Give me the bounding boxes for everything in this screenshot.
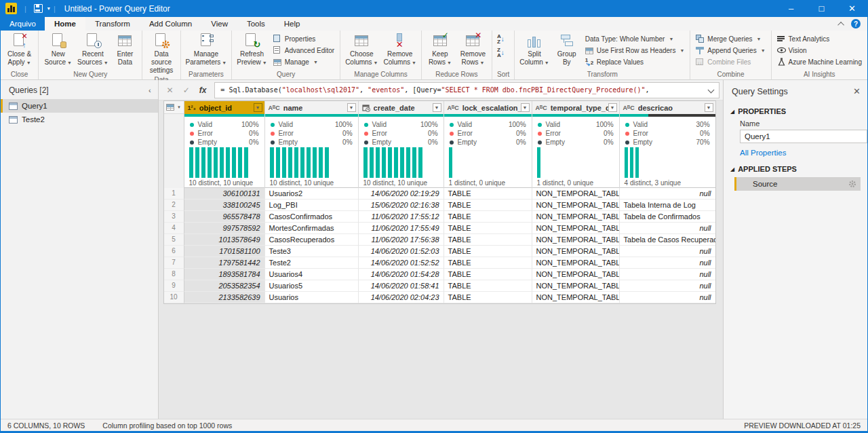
- cell-create_date[interactable]: 14/06/2020 01:54:28: [359, 269, 444, 280]
- tab-tools[interactable]: Tools: [237, 17, 275, 31]
- cell-create_date[interactable]: 14/06/2020 02:19:29: [359, 188, 444, 200]
- refresh-preview-button[interactable]: ↻ Refresh Preview▼: [234, 32, 270, 67]
- filter-button[interactable]: ▼: [705, 103, 713, 112]
- cell-object_id[interactable]: 1701581100: [184, 246, 265, 257]
- remove-rows-button[interactable]: ✕ Remove Rows▼: [456, 32, 490, 67]
- append-queries-button[interactable]: Append Queries▼: [694, 45, 767, 56]
- data-type-button[interactable]: Data Type: Whole Number▼: [583, 33, 687, 44]
- value-distribution-chart[interactable]: [359, 146, 443, 178]
- close-panel-icon[interactable]: ✕: [853, 86, 861, 96]
- cell-name[interactable]: MortesConfirmadas: [265, 223, 359, 234]
- cell-temporal_type_desc[interactable]: NON_TEMPORAL_TABLE: [532, 257, 620, 269]
- save-icon[interactable]: [34, 4, 43, 13]
- cell-lock_escalation_desc[interactable]: TABLE: [444, 188, 532, 200]
- cell-lock_escalation_desc[interactable]: TABLE: [444, 234, 532, 246]
- remove-columns-button[interactable]: ✕ Remove Columns▼: [381, 32, 419, 67]
- cell-descricao[interactable]: null: [620, 246, 715, 257]
- value-distribution-chart[interactable]: [184, 146, 264, 178]
- cell-object_id[interactable]: 1893581784: [184, 269, 265, 280]
- cell-lock_escalation_desc[interactable]: TABLE: [444, 223, 532, 234]
- tab-help[interactable]: Help: [275, 17, 310, 31]
- cell-temporal_type_desc[interactable]: NON_TEMPORAL_TABLE: [532, 211, 620, 223]
- value-distribution-chart[interactable]: [532, 146, 619, 178]
- formula-cancel-icon[interactable]: ✕: [167, 86, 174, 95]
- column-header-create-date[interactable]: create_date ▼: [359, 101, 443, 114]
- table-corner-button[interactable]: ▼: [164, 101, 184, 114]
- filter-button[interactable]: ▼: [433, 103, 441, 112]
- column-header-object-id[interactable]: 1²₃ object_id ▼: [184, 101, 264, 114]
- cell-object_id[interactable]: 338100245: [184, 200, 265, 211]
- data-source-settings-button[interactable]: Data source settings: [144, 32, 178, 75]
- cell-temporal_type_desc[interactable]: NON_TEMPORAL_TABLE: [532, 223, 620, 234]
- cell-object_id[interactable]: 2053582354: [184, 280, 265, 292]
- row-number[interactable]: 3: [164, 211, 184, 223]
- cell-lock_escalation_desc[interactable]: TABLE: [444, 280, 532, 292]
- cell-lock_escalation_desc[interactable]: TABLE: [444, 257, 532, 269]
- cell-descricao[interactable]: null: [620, 280, 715, 292]
- cell-create_date[interactable]: 14/06/2020 01:52:52: [359, 257, 444, 269]
- properties-section-header[interactable]: ◢ PROPERTIES: [730, 107, 861, 115]
- cell-name[interactable]: Usuarios2: [265, 188, 359, 200]
- manage-button[interactable]: Manage▼: [271, 56, 336, 67]
- query-item-teste2[interactable]: Teste2: [1, 113, 158, 126]
- cell-object_id[interactable]: 1797581442: [184, 257, 265, 269]
- cell-temporal_type_desc[interactable]: NON_TEMPORAL_TABLE: [532, 292, 620, 303]
- cell-temporal_type_desc[interactable]: NON_TEMPORAL_TABLE: [532, 280, 620, 292]
- cell-descricao[interactable]: null: [620, 188, 715, 200]
- close-apply-button[interactable]: ✕↑ Close & Apply▼: [3, 32, 36, 67]
- properties-button[interactable]: Properties: [271, 33, 336, 44]
- tab-view[interactable]: View: [201, 17, 237, 31]
- tab-add-column[interactable]: Add Column: [140, 17, 201, 31]
- applied-step-source[interactable]: Source: [734, 177, 861, 191]
- row-number[interactable]: 4: [164, 223, 184, 234]
- cell-temporal_type_desc[interactable]: NON_TEMPORAL_TABLE: [532, 188, 620, 200]
- cell-create_date[interactable]: 11/06/2020 17:55:12: [359, 211, 444, 223]
- cell-create_date[interactable]: 11/06/2020 17:55:49: [359, 223, 444, 234]
- cell-temporal_type_desc[interactable]: NON_TEMPORAL_TABLE: [532, 246, 620, 257]
- cell-name[interactable]: Teste2: [265, 257, 359, 269]
- cell-descricao[interactable]: null: [620, 292, 715, 303]
- vision-button[interactable]: Vision: [775, 45, 864, 56]
- value-distribution-chart[interactable]: [620, 146, 715, 178]
- all-properties-link[interactable]: All Properties: [740, 149, 861, 157]
- row-number[interactable]: 2: [164, 200, 184, 211]
- manage-parameters-button[interactable]: Manage Parameters▼: [183, 32, 230, 67]
- formula-expand-icon[interactable]: [708, 87, 715, 94]
- cell-lock_escalation_desc[interactable]: TABLE: [444, 211, 532, 223]
- row-number[interactable]: 5: [164, 234, 184, 246]
- row-number[interactable]: 9: [164, 280, 184, 292]
- cell-create_date[interactable]: 14/06/2020 01:58:41: [359, 280, 444, 292]
- text-analytics-button[interactable]: Text Analytics: [775, 33, 864, 44]
- cell-descricao[interactable]: Tabela de Casos Recuperados: [620, 234, 715, 246]
- minimize-button[interactable]: –: [776, 0, 806, 17]
- cell-descricao[interactable]: Tabela de Confirmados: [620, 211, 715, 223]
- choose-columns-button[interactable]: Choose Columns▼: [342, 32, 380, 67]
- tab-transform[interactable]: Transform: [85, 17, 140, 31]
- cell-lock_escalation_desc[interactable]: TABLE: [444, 246, 532, 257]
- column-header-name[interactable]: AᴮC name ▼: [265, 101, 358, 114]
- query-name-input[interactable]: Query1: [740, 130, 867, 143]
- query-item-query1[interactable]: Query1: [1, 99, 158, 113]
- cell-temporal_type_desc[interactable]: NON_TEMPORAL_TABLE: [532, 200, 620, 211]
- cell-lock_escalation_desc[interactable]: TABLE: [444, 269, 532, 280]
- cell-temporal_type_desc[interactable]: NON_TEMPORAL_TABLE: [532, 234, 620, 246]
- cell-name[interactable]: CasosConfirmados: [265, 211, 359, 223]
- filter-button[interactable]: ▼: [254, 103, 262, 112]
- column-header-descricao[interactable]: AᴮC descricao ▼: [620, 101, 715, 114]
- split-column-button[interactable]: Split Column▼: [517, 32, 551, 67]
- help-icon[interactable]: ?: [851, 19, 861, 29]
- row-number[interactable]: 8: [164, 269, 184, 280]
- cell-descricao[interactable]: null: [620, 269, 715, 280]
- recent-sources-button[interactable]: Recent Sources▼: [75, 32, 110, 67]
- keep-rows-button[interactable]: ✓ Keep Rows▼: [424, 32, 456, 67]
- row-number[interactable]: 10: [164, 292, 184, 303]
- cell-object_id[interactable]: 965578478: [184, 211, 265, 223]
- merge-queries-button[interactable]: Merge Queries▼: [694, 33, 767, 44]
- cell-create_date[interactable]: 14/06/2020 02:04:23: [359, 292, 444, 303]
- row-number[interactable]: 1: [164, 188, 184, 200]
- cell-name[interactable]: Usuarios: [265, 292, 359, 303]
- cell-lock_escalation_desc[interactable]: TABLE: [444, 292, 532, 303]
- replace-values-button[interactable]: 1⤷2Replace Values: [583, 56, 687, 67]
- cell-name[interactable]: Log_PBI: [265, 200, 359, 211]
- collapse-ribbon-icon[interactable]: [837, 21, 844, 28]
